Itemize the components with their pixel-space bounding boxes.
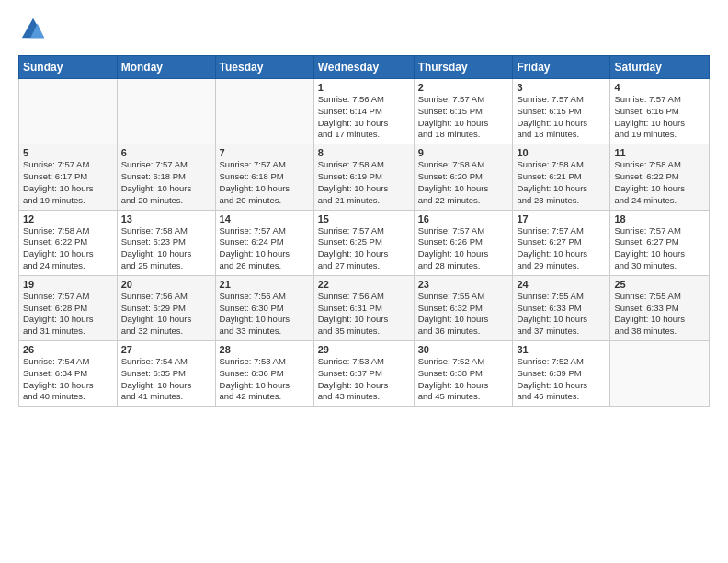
calendar-cell [215, 79, 313, 144]
day-number: 21 [220, 279, 310, 290]
day-number: 24 [517, 279, 606, 290]
day-info: Sunrise: 7:53 AM Sunset: 6:37 PM Dayligh… [318, 356, 410, 403]
calendar-cell: 10Sunrise: 7:58 AM Sunset: 6:21 PM Dayli… [513, 144, 610, 210]
day-number: 31 [517, 344, 606, 355]
calendar-week-row: 5Sunrise: 7:57 AM Sunset: 6:17 PM Daylig… [19, 144, 710, 210]
day-info: Sunrise: 7:57 AM Sunset: 6:27 PM Dayligh… [517, 225, 606, 272]
day-info: Sunrise: 7:57 AM Sunset: 6:18 PM Dayligh… [220, 159, 310, 206]
calendar-cell: 17Sunrise: 7:57 AM Sunset: 6:27 PM Dayli… [513, 210, 610, 275]
weekday-header-tuesday: Tuesday [215, 56, 313, 79]
calendar-cell: 24Sunrise: 7:55 AM Sunset: 6:33 PM Dayli… [513, 275, 610, 340]
calendar-cell: 28Sunrise: 7:53 AM Sunset: 6:36 PM Dayli… [215, 341, 313, 407]
calendar-cell: 2Sunrise: 7:57 AM Sunset: 6:15 PM Daylig… [414, 79, 513, 144]
calendar-week-row: 12Sunrise: 7:58 AM Sunset: 6:22 PM Dayli… [19, 210, 710, 275]
calendar-week-row: 19Sunrise: 7:57 AM Sunset: 6:28 PM Dayli… [19, 275, 710, 340]
day-info: Sunrise: 7:55 AM Sunset: 6:32 PM Dayligh… [418, 291, 509, 338]
calendar-cell: 12Sunrise: 7:58 AM Sunset: 6:22 PM Dayli… [19, 210, 118, 275]
weekday-header-thursday: Thursday [414, 56, 513, 79]
logo [18, 17, 46, 46]
day-info: Sunrise: 7:52 AM Sunset: 6:38 PM Dayligh… [418, 356, 509, 403]
calendar-cell: 9Sunrise: 7:58 AM Sunset: 6:20 PM Daylig… [414, 144, 513, 210]
calendar-cell: 31Sunrise: 7:52 AM Sunset: 6:39 PM Dayli… [513, 341, 610, 407]
calendar-cell [19, 79, 118, 144]
day-info: Sunrise: 7:57 AM Sunset: 6:26 PM Dayligh… [418, 225, 509, 272]
day-info: Sunrise: 7:54 AM Sunset: 6:35 PM Dayligh… [121, 356, 211, 403]
weekday-header-wednesday: Wednesday [313, 56, 414, 79]
calendar-cell: 8Sunrise: 7:58 AM Sunset: 6:19 PM Daylig… [313, 144, 414, 210]
calendar-table: SundayMondayTuesdayWednesdayThursdayFrid… [18, 55, 710, 407]
day-number: 16 [418, 213, 509, 224]
day-number: 23 [418, 279, 509, 290]
day-info: Sunrise: 7:57 AM Sunset: 6:17 PM Dayligh… [23, 159, 113, 206]
day-number: 29 [318, 344, 410, 355]
day-number: 15 [318, 213, 410, 224]
day-number: 27 [121, 344, 211, 355]
weekday-header-sunday: Sunday [19, 56, 118, 79]
day-number: 5 [23, 147, 113, 158]
day-number: 20 [121, 279, 211, 290]
calendar-cell: 18Sunrise: 7:57 AM Sunset: 6:27 PM Dayli… [610, 210, 710, 275]
calendar-cell: 22Sunrise: 7:56 AM Sunset: 6:31 PM Dayli… [313, 275, 414, 340]
calendar-cell: 4Sunrise: 7:57 AM Sunset: 6:16 PM Daylig… [610, 79, 710, 144]
calendar-cell: 13Sunrise: 7:58 AM Sunset: 6:23 PM Dayli… [117, 210, 215, 275]
header [18, 17, 710, 46]
day-info: Sunrise: 7:58 AM Sunset: 6:22 PM Dayligh… [614, 159, 705, 206]
day-number: 4 [614, 82, 705, 93]
weekday-header-friday: Friday [513, 56, 610, 79]
day-info: Sunrise: 7:56 AM Sunset: 6:29 PM Dayligh… [121, 291, 211, 338]
day-number: 10 [517, 147, 606, 158]
day-info: Sunrise: 7:56 AM Sunset: 6:14 PM Dayligh… [318, 94, 410, 141]
day-number: 12 [23, 213, 113, 224]
calendar-cell: 1Sunrise: 7:56 AM Sunset: 6:14 PM Daylig… [313, 79, 414, 144]
day-info: Sunrise: 7:56 AM Sunset: 6:30 PM Dayligh… [220, 291, 310, 338]
day-info: Sunrise: 7:57 AM Sunset: 6:28 PM Dayligh… [23, 291, 113, 338]
calendar-cell [610, 341, 710, 407]
day-info: Sunrise: 7:57 AM Sunset: 6:24 PM Dayligh… [220, 225, 310, 272]
calendar-cell: 7Sunrise: 7:57 AM Sunset: 6:18 PM Daylig… [215, 144, 313, 210]
day-info: Sunrise: 7:57 AM Sunset: 6:18 PM Dayligh… [121, 159, 211, 206]
calendar-cell: 19Sunrise: 7:57 AM Sunset: 6:28 PM Dayli… [19, 275, 118, 340]
day-number: 6 [121, 147, 211, 158]
day-info: Sunrise: 7:57 AM Sunset: 6:16 PM Dayligh… [614, 94, 705, 141]
calendar-cell: 11Sunrise: 7:58 AM Sunset: 6:22 PM Dayli… [610, 144, 710, 210]
weekday-header-monday: Monday [117, 56, 215, 79]
day-info: Sunrise: 7:53 AM Sunset: 6:36 PM Dayligh… [220, 356, 310, 403]
calendar-cell: 30Sunrise: 7:52 AM Sunset: 6:38 PM Dayli… [414, 341, 513, 407]
day-number: 3 [517, 82, 606, 93]
day-number: 19 [23, 279, 113, 290]
day-number: 30 [418, 344, 509, 355]
logo-icon [20, 17, 46, 42]
day-number: 28 [220, 344, 310, 355]
day-info: Sunrise: 7:58 AM Sunset: 6:21 PM Dayligh… [517, 159, 606, 206]
calendar-week-row: 1Sunrise: 7:56 AM Sunset: 6:14 PM Daylig… [19, 79, 710, 144]
day-info: Sunrise: 7:55 AM Sunset: 6:33 PM Dayligh… [614, 291, 705, 338]
calendar-cell [117, 79, 215, 144]
day-number: 8 [318, 147, 410, 158]
calendar-cell: 15Sunrise: 7:57 AM Sunset: 6:25 PM Dayli… [313, 210, 414, 275]
day-info: Sunrise: 7:57 AM Sunset: 6:15 PM Dayligh… [517, 94, 606, 141]
day-info: Sunrise: 7:55 AM Sunset: 6:33 PM Dayligh… [517, 291, 606, 338]
calendar-cell: 20Sunrise: 7:56 AM Sunset: 6:29 PM Dayli… [117, 275, 215, 340]
day-number: 13 [121, 213, 211, 224]
day-info: Sunrise: 7:57 AM Sunset: 6:25 PM Dayligh… [318, 225, 410, 272]
day-number: 11 [614, 147, 705, 158]
day-number: 9 [418, 147, 509, 158]
calendar-cell: 29Sunrise: 7:53 AM Sunset: 6:37 PM Dayli… [313, 341, 414, 407]
calendar-week-row: 26Sunrise: 7:54 AM Sunset: 6:34 PM Dayli… [19, 341, 710, 407]
page: SundayMondayTuesdayWednesdayThursdayFrid… [0, 0, 728, 416]
day-info: Sunrise: 7:56 AM Sunset: 6:31 PM Dayligh… [318, 291, 410, 338]
day-info: Sunrise: 7:58 AM Sunset: 6:19 PM Dayligh… [318, 159, 410, 206]
day-number: 1 [318, 82, 410, 93]
calendar-cell: 23Sunrise: 7:55 AM Sunset: 6:32 PM Dayli… [414, 275, 513, 340]
day-number: 14 [220, 213, 310, 224]
calendar-cell: 27Sunrise: 7:54 AM Sunset: 6:35 PM Dayli… [117, 341, 215, 407]
calendar-cell: 21Sunrise: 7:56 AM Sunset: 6:30 PM Dayli… [215, 275, 313, 340]
calendar-cell: 5Sunrise: 7:57 AM Sunset: 6:17 PM Daylig… [19, 144, 118, 210]
day-number: 22 [318, 279, 410, 290]
day-number: 26 [23, 344, 113, 355]
calendar-cell: 26Sunrise: 7:54 AM Sunset: 6:34 PM Dayli… [19, 341, 118, 407]
day-info: Sunrise: 7:57 AM Sunset: 6:27 PM Dayligh… [614, 225, 705, 272]
day-info: Sunrise: 7:58 AM Sunset: 6:23 PM Dayligh… [121, 225, 211, 272]
weekday-header-row: SundayMondayTuesdayWednesdayThursdayFrid… [19, 56, 710, 79]
calendar-cell: 25Sunrise: 7:55 AM Sunset: 6:33 PM Dayli… [610, 275, 710, 340]
